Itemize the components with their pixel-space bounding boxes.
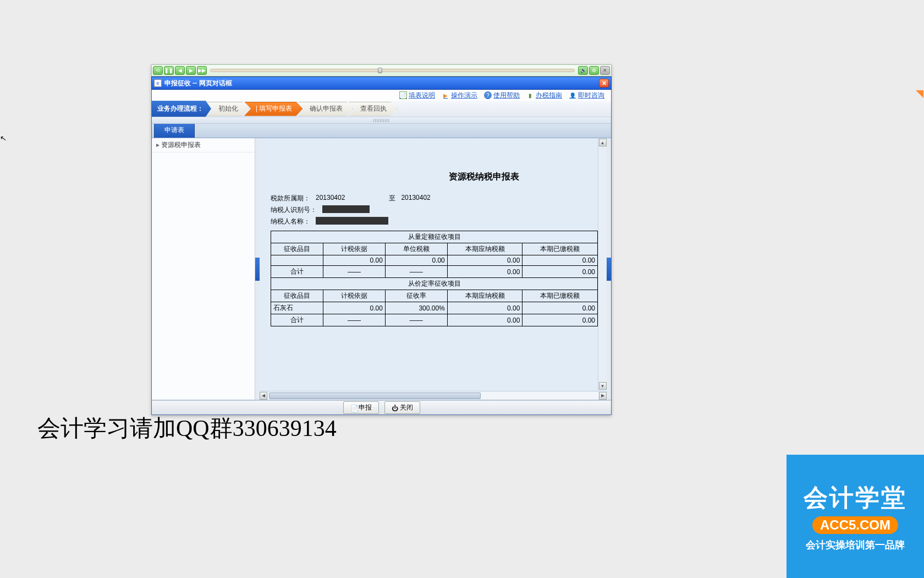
cell-sum-payable: 0.00	[447, 266, 522, 278]
workflow-label: 业务办理流程：	[152, 101, 211, 117]
workflow-step-init[interactable]: 初始化	[207, 102, 249, 116]
restart-icon[interactable]: ⟲	[153, 66, 163, 75]
close-button[interactable]: ⏻关闭	[384, 401, 420, 414]
brand-title: 会计学堂	[804, 482, 907, 514]
pause-icon[interactable]: ❚❚	[164, 66, 174, 75]
grip-icon[interactable]	[373, 119, 390, 122]
left-pane: 资源税申报表	[152, 138, 255, 400]
link-label: 使用帮助	[493, 91, 520, 100]
cell-sum-basis: ——	[323, 266, 386, 278]
tin-redacted	[322, 205, 370, 213]
corner-flag-icon	[916, 90, 923, 98]
split-area: 资源税申报表 资源税纳税申报表 税款所属期： 20130402 至 201304…	[152, 138, 611, 400]
book-icon: ▮	[526, 91, 534, 99]
button-label: 关闭	[400, 403, 413, 412]
col-paid: 本期已缴税额	[522, 243, 598, 255]
table-sum-row: 合计 —— —— 0.00 0.00	[271, 314, 598, 326]
col-payable: 本期应纳税额	[447, 243, 522, 255]
workflow-step-receipt[interactable]: 查看回执	[349, 102, 397, 116]
cell-unit[interactable]: 0.00	[385, 255, 447, 266]
volume-icon[interactable]: 🔊	[578, 66, 588, 75]
cell-item[interactable]: 石灰石	[271, 302, 323, 314]
table-row: 石灰石 0.00 300.00% 0.00 0.00	[271, 302, 598, 314]
cell-basis[interactable]: 0.00	[323, 302, 386, 314]
form-title: 资源税纳税申报表	[271, 171, 598, 183]
right-pane: 资源税纳税申报表 税款所属期： 20130402 至 20130402 纳税人识…	[260, 138, 611, 400]
link-usage[interactable]: ?使用帮助	[484, 91, 520, 100]
splitter-handle-icon[interactable]	[607, 258, 611, 281]
cell-basis[interactable]: 0.00	[323, 255, 386, 266]
col-item: 征收品目	[271, 290, 323, 302]
cell-payable[interactable]: 0.00	[447, 255, 522, 266]
prev-icon[interactable]: ◀	[175, 66, 185, 75]
link-fill-help[interactable]: 📄填表说明	[399, 91, 435, 100]
cell-sum-payable: 0.00	[447, 314, 522, 326]
cell-payable[interactable]: 0.00	[447, 302, 522, 314]
taxpayer-name-label: 纳税人名称：	[271, 217, 310, 226]
tab-row: 申请表	[152, 124, 611, 138]
period-from: 20130402	[316, 194, 345, 203]
link-label: 填表说明	[409, 91, 435, 100]
scroll-thumb[interactable]	[269, 392, 481, 399]
vertical-splitter[interactable]	[255, 138, 260, 400]
progress-thumb[interactable]	[378, 68, 382, 73]
separator-bar	[152, 117, 611, 124]
col-unit: 单位税额	[385, 243, 447, 255]
window-title: 申报征收 -- 网页对话框	[164, 79, 599, 88]
player-close-icon[interactable]: ✕	[600, 66, 610, 75]
cell-sum-basis: ——	[323, 314, 386, 326]
scroll-down-icon[interactable]: ▼	[599, 382, 607, 390]
document-icon: e	[154, 79, 162, 87]
overlay-text: 会计学习请加QQ群330639134	[37, 413, 337, 444]
link-label: 即时咨询	[578, 91, 604, 100]
section-header-2: 从价定率征收项目	[271, 278, 598, 290]
link-consult[interactable]: 👤即时咨询	[569, 91, 604, 100]
period-label: 税款所属期：	[271, 194, 310, 203]
cell-item[interactable]	[271, 255, 323, 266]
scroll-up-icon[interactable]: ▲	[599, 139, 607, 146]
link-label: 办税指南	[536, 91, 562, 100]
cell-rate[interactable]: 300.00%	[385, 302, 447, 314]
name-redacted	[316, 217, 388, 225]
col-paid: 本期已缴税额	[522, 290, 598, 302]
submit-button[interactable]: 📄申报	[343, 401, 379, 414]
tab-application[interactable]: 申请表	[154, 122, 195, 138]
col-basis: 计税依据	[323, 290, 386, 302]
submit-icon: 📄	[350, 405, 357, 411]
link-guide[interactable]: ▮办税指南	[526, 91, 562, 100]
cell-sum-paid: 0.00	[522, 266, 598, 278]
cursor-icon: ↖	[0, 133, 7, 143]
right-splitter[interactable]	[607, 138, 611, 400]
fast-forward-icon[interactable]: ▶▶	[197, 66, 207, 75]
form-content: 资源税纳税申报表 税款所属期： 20130402 至 20130402 纳税人识…	[271, 144, 598, 326]
scroll-track[interactable]	[268, 392, 598, 400]
period-to: 20130402	[401, 194, 430, 203]
cell-sum-label: 合计	[271, 314, 323, 326]
settings-icon[interactable]: ⚙	[589, 66, 599, 75]
link-demo[interactable]: ▶操作演示	[442, 91, 477, 100]
window-titlebar: e 申报征收 -- 网页对话框 ✕	[151, 77, 612, 90]
splitter-handle-icon[interactable]	[255, 258, 260, 281]
workflow-step-confirm[interactable]: 确认申报表	[298, 102, 353, 116]
tree-item-resource-tax[interactable]: 资源税申报表	[152, 138, 255, 152]
col-rate: 征收率	[385, 290, 447, 302]
play-icon: ▶	[442, 91, 449, 99]
question-icon: ?	[484, 91, 492, 99]
cell-paid[interactable]: 0.00	[522, 302, 598, 314]
col-item: 征收品目	[271, 243, 323, 255]
horizontal-scrollbar[interactable]: ◀ ▶	[260, 391, 607, 400]
close-icon[interactable]: ✕	[599, 79, 609, 88]
progress-bar[interactable]	[210, 69, 575, 72]
table-sum-row: 合计 —— —— 0.00 0.00	[271, 266, 598, 278]
brand-domain: ACC5.COM	[812, 516, 898, 534]
workflow-step-fill[interactable]: | 填写申报表	[244, 102, 302, 116]
cell-sum-label: 合计	[271, 266, 323, 278]
video-player-window: ⟲ ❚❚ ◀ ▶ ▶▶ 🔊 ⚙ ✕ e 申报征收 -- 网页对话框 ✕ 📄填表说…	[151, 64, 612, 415]
link-label: 操作演示	[451, 91, 477, 100]
scroll-left-icon[interactable]: ◀	[260, 392, 267, 400]
next-icon[interactable]: ▶	[186, 66, 196, 75]
cell-sum-rate: ——	[385, 314, 447, 326]
cell-paid[interactable]: 0.00	[522, 255, 598, 266]
scroll-right-icon[interactable]: ▶	[599, 392, 607, 400]
vertical-scrollbar[interactable]: ▲ ▼	[598, 138, 607, 391]
